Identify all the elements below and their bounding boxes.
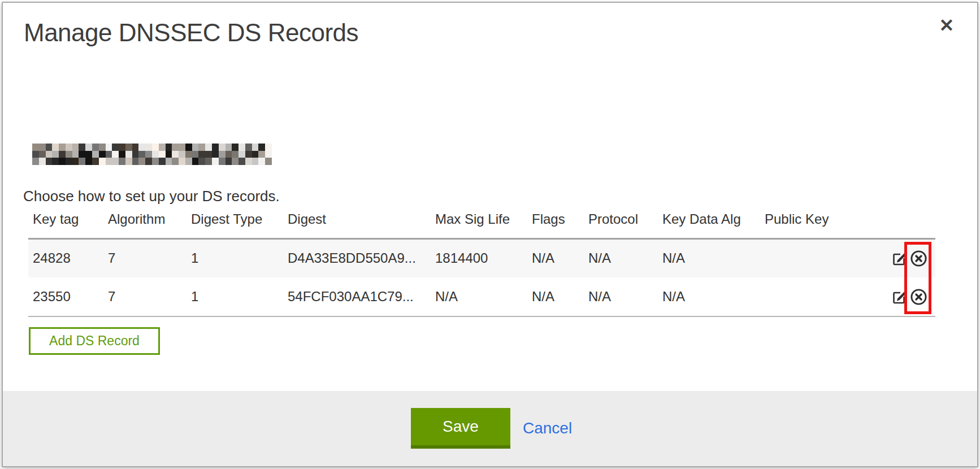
cell-public-key	[760, 238, 870, 277]
cell-digest-type: 1	[187, 238, 283, 277]
col-header-key-tag: Key tag	[28, 208, 103, 238]
save-button[interactable]: Save	[411, 408, 510, 449]
edit-record-button[interactable]	[891, 250, 907, 266]
cell-protocol: N/A	[584, 238, 658, 277]
cell-algorithm: 7	[103, 238, 187, 277]
cell-algorithm: 7	[103, 277, 187, 316]
cell-max-sig-life: N/A	[431, 277, 527, 316]
cell-digest: D4A33E8DD550A9...	[283, 238, 431, 277]
cell-key-tag: 24828	[28, 238, 103, 277]
col-header-key-data-alg: Key Data Alg	[658, 208, 760, 238]
table-header-row: Key tag Algorithm Digest Type Digest Max…	[28, 208, 935, 238]
col-header-protocol: Protocol	[584, 208, 658, 238]
add-ds-record-button[interactable]: Add DS Record	[29, 327, 160, 355]
modal-footer: Save Cancel	[3, 391, 977, 466]
manage-dnssec-modal: Manage DNSSEC DS Records ✕ Choose how to…	[2, 2, 978, 467]
cancel-link[interactable]: Cancel	[523, 419, 572, 437]
col-header-digest: Digest	[283, 208, 431, 238]
delete-record-button[interactable]	[910, 250, 927, 267]
cell-key-tag: 23550	[28, 277, 103, 316]
screen: Manage DNSSEC DS Records ✕ Choose how to…	[0, 0, 980, 469]
cell-actions	[870, 277, 935, 316]
delete-record-button[interactable]	[910, 288, 927, 306]
delete-circle-x-icon	[910, 299, 927, 307]
edit-record-button[interactable]	[891, 289, 907, 305]
cell-protocol: N/A	[584, 277, 658, 316]
col-header-flags: Flags	[527, 208, 584, 238]
instruction-text: Choose how to set up your DS records.	[23, 188, 280, 205]
col-header-algorithm: Algorithm	[103, 208, 187, 238]
ds-records-table: Key tag Algorithm Digest Type Digest Max…	[28, 208, 935, 317]
cell-flags: N/A	[527, 277, 584, 316]
col-header-max-sig-life: Max Sig Life	[431, 208, 527, 238]
cell-actions	[870, 238, 935, 277]
cell-digest-type: 1	[187, 277, 283, 316]
col-header-digest-type: Digest Type	[187, 208, 283, 238]
delete-circle-x-icon	[910, 260, 927, 269]
col-header-actions	[870, 208, 935, 238]
close-icon[interactable]: ✕	[934, 13, 959, 38]
table-row: 24828 7 1 D4A33E8DD550A9... 1814400 N/A …	[28, 238, 935, 277]
cell-max-sig-life: 1814400	[431, 238, 527, 277]
cell-key-data-alg: N/A	[658, 277, 760, 316]
cell-flags: N/A	[527, 238, 584, 277]
modal-title: Manage DNSSEC DS Records	[24, 19, 358, 47]
edit-pencil-icon	[891, 259, 907, 268]
col-header-public-key: Public Key	[760, 208, 870, 238]
cell-key-data-alg: N/A	[658, 238, 760, 277]
cell-public-key	[760, 277, 870, 316]
edit-pencil-icon	[891, 298, 907, 306]
cell-digest: 54FCF030AA1C79...	[283, 277, 431, 316]
table-row: 23550 7 1 54FCF030AA1C79... N/A N/A N/A …	[28, 277, 935, 316]
redacted-domain-name	[32, 144, 272, 165]
